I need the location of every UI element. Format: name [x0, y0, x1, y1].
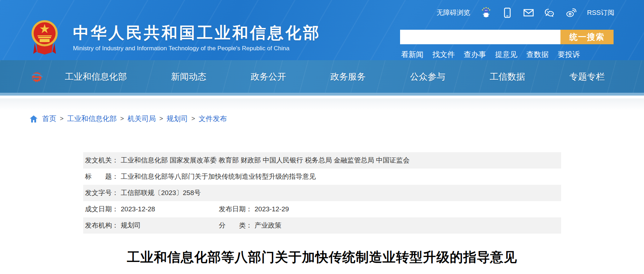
- main-nav: 工业和信息化部 新闻动态 政务公开 政务服务 公众参与 工信数据 专题专栏: [0, 60, 644, 96]
- quick-link-complaint[interactable]: 要投诉: [558, 50, 580, 59]
- meta-col2: 发布日期： 2023-12-29: [219, 205, 289, 214]
- breadcrumb-departments[interactable]: 机关司局: [127, 114, 156, 124]
- utility-topbar: 无障碍浏览: [437, 6, 614, 19]
- national-emblem-icon: [31, 20, 58, 56]
- breadcrumb-separator: >: [120, 115, 124, 122]
- breadcrumb: 首页 > 工业和信息化部 > 机关司局 > 规划司 > 文件发布: [29, 114, 227, 124]
- breadcrumb-home[interactable]: 首页: [42, 114, 56, 124]
- search-input[interactable]: [400, 30, 560, 44]
- wechat-icon[interactable]: [545, 7, 555, 18]
- mobile-icon[interactable]: [502, 7, 513, 18]
- meta-label: 发布机构：: [85, 221, 119, 230]
- meta-value: 2023-12-28: [121, 205, 155, 213]
- meta-label: 标 题：: [85, 172, 119, 181]
- quick-link-documents[interactable]: 找文件: [432, 50, 455, 59]
- meta-value: 规划司: [121, 221, 141, 230]
- home-icon[interactable]: [29, 115, 38, 123]
- meta-row-dates: 成文日期： 2023-12-28 发布日期： 2023-12-29: [83, 201, 561, 217]
- nav-bottom-strip: [0, 93, 644, 96]
- meta-label: 发布日期：: [219, 205, 252, 214]
- nav-item-public-participation[interactable]: 公众参与: [410, 71, 445, 82]
- unified-search-button[interactable]: 统一搜索: [560, 30, 614, 44]
- nav-item-special-topics[interactable]: 专题专栏: [569, 71, 605, 82]
- meta-label: 分 类：: [219, 221, 252, 230]
- meta-label: 发文机关：: [85, 156, 119, 165]
- rss-link[interactable]: RSS订阅: [587, 8, 614, 17]
- breadcrumb-document-release[interactable]: 文件发布: [199, 114, 227, 124]
- header-shadow-strip: [0, 98, 644, 110]
- accessibility-link[interactable]: 无障碍浏览: [437, 8, 470, 17]
- miit-gov-page: 无障碍浏览: [0, 0, 644, 274]
- miit-e-logo-icon[interactable]: [30, 70, 44, 84]
- quick-links: 看新闻 找文件 查办事 提意见 查数据 要投诉: [401, 50, 580, 59]
- site-brand: 中华人民共和国工业和信息化部 Ministry of Industry and …: [31, 20, 321, 56]
- quick-link-news[interactable]: 看新闻: [401, 50, 423, 59]
- site-header: 无障碍浏览: [0, 0, 644, 96]
- meta-value: 产业政策: [255, 221, 281, 230]
- meta-value: 工业和信息化部 国家发展改革委 教育部 财政部 中国人民银行 税务总局 金融监管…: [121, 156, 410, 165]
- meta-row-issuing-agency: 发文机关： 工业和信息化部 国家发展改革委 教育部 财政部 中国人民银行 税务总…: [83, 152, 561, 169]
- quick-link-services[interactable]: 查办事: [464, 50, 486, 59]
- site-title: 中华人民共和国工业和信息化部: [73, 24, 321, 42]
- search-bar: 统一搜索: [400, 30, 614, 44]
- document-meta-table: 发文机关： 工业和信息化部 国家发展改革委 教育部 财政部 中国人民银行 税务总…: [83, 152, 561, 234]
- breadcrumb-separator: >: [60, 115, 64, 122]
- nav-item-miit[interactable]: 工业和信息化部: [65, 71, 127, 82]
- article-title: 工业和信息化部等八部门关于加快传统制造业转型升级的指导意见: [0, 249, 644, 266]
- meta-col2: 分 类： 产业政策: [219, 221, 281, 230]
- meta-value: 工信部联规〔2023〕258号: [121, 188, 201, 198]
- quick-link-feedback[interactable]: 提意见: [495, 50, 517, 59]
- nav-item-industry-data[interactable]: 工信数据: [490, 71, 525, 82]
- weibo-icon[interactable]: [566, 7, 576, 18]
- meta-row-doc-number: 发文字号： 工信部联规〔2023〕258号: [83, 185, 561, 201]
- nav-item-gov-info[interactable]: 政务公开: [251, 71, 286, 82]
- meta-label: 成文日期：: [85, 205, 119, 214]
- breadcrumb-planning-dept[interactable]: 规划司: [167, 114, 188, 124]
- meta-label: 发文字号：: [85, 188, 119, 198]
- mail-icon[interactable]: [523, 7, 534, 18]
- brand-text: 中华人民共和国工业和信息化部 Ministry of Industry and …: [73, 20, 321, 52]
- nav-item-news[interactable]: 新闻动态: [171, 71, 206, 82]
- nav-item-gov-services[interactable]: 政务服务: [330, 71, 366, 82]
- robot-mascot-icon[interactable]: [481, 7, 491, 18]
- meta-value: 工业和信息化部等八部门关于加快传统制造业转型升级的指导意见: [121, 172, 316, 181]
- breadcrumb-separator: >: [159, 115, 163, 122]
- quick-link-data[interactable]: 查数据: [526, 50, 549, 59]
- breadcrumb-miit[interactable]: 工业和信息化部: [67, 114, 117, 124]
- site-subtitle: Ministry of Industry and Information Tec…: [73, 45, 321, 52]
- meta-value: 2023-12-29: [255, 205, 289, 213]
- nav-items: 工业和信息化部 新闻动态 政务公开 政务服务 公众参与 工信数据 专题专栏: [65, 60, 605, 93]
- meta-row-publisher: 发布机构： 规划司 分 类： 产业政策: [83, 217, 561, 234]
- breadcrumb-separator: >: [192, 115, 195, 122]
- meta-row-title: 标 题： 工业和信息化部等八部门关于加快传统制造业转型升级的指导意见: [83, 169, 561, 185]
